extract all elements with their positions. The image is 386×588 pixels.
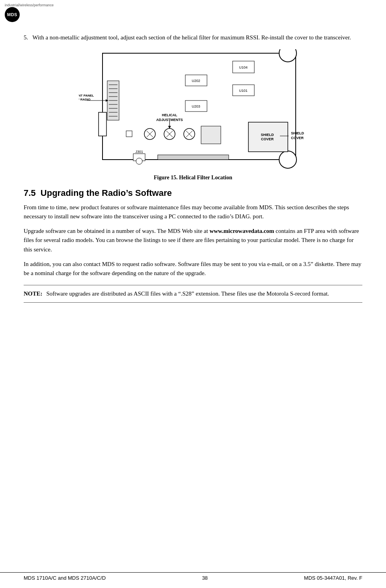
paragraph-3: In addition, you can also contact MDS to… [24,260,362,278]
footer-right: MDS 05-3447A01, Rev. F [304,575,362,581]
step5-number: 5. [24,34,28,41]
step5-text: 5. With a non-metallic adjustment tool, … [24,33,362,42]
svg-rect-29 [201,126,221,144]
helical-label2: ADJUSTMENTS [156,118,183,122]
shield-label-ext1: SHIELD [291,131,304,135]
u101-label: U101 [239,89,248,93]
helical-filter-diagram: SHIELD COVER U104 U202 U101 U203 [79,49,308,171]
page-footer: MDS 1710A/C and MDS 2710A/C/D 38 MDS 05-… [0,572,386,581]
shield-cover-label2: COVER [261,137,274,141]
section-heading: 7.5 Upgrading the Radio’s Software [24,188,362,198]
tagline: industrial/wireless/performance [5,3,381,7]
logo-text: MDS [7,12,17,17]
note-label: NOTE: [24,289,43,298]
front-panel-label2: OF RADIO [79,98,91,101]
paragraph-2: Upgrade software can be obtained in a nu… [24,227,362,254]
shield-cover-label: SHIELD [261,133,274,137]
note-box: NOTE: Software upgrades are distributed … [24,285,362,303]
u104-label: U104 [239,65,248,69]
website-url: www.microwavedata.com [209,228,274,234]
figure-caption: Figure 15. Helical Filter Location [154,175,232,181]
note-text: Software upgrades are distributed as ASC… [47,289,329,298]
main-content: 5. With a non-metallic adjustment tool, … [0,25,386,318]
figure-container: SHIELD COVER U104 U202 U101 U203 [24,49,362,181]
shield-label-ext2: COVER [291,136,304,140]
section-title: Upgrading the Radio’s Software [41,188,172,198]
u203-label: U203 [192,104,200,108]
svg-point-3 [279,151,296,168]
helical-label1: HELICAL [162,113,177,117]
step5-body: With a non-metallic adjustment tool, adj… [32,34,351,41]
front-panel-label1: FRONT PANEL [79,94,94,97]
u202-label: U202 [192,79,200,83]
page-header: industrial/wireless/performance MDS [0,0,386,25]
paragraph-1: From time to time, new product features … [24,203,362,221]
svg-rect-1 [99,112,106,136]
svg-point-34 [136,158,142,164]
section-number: 7.5 [24,188,36,198]
footer-left: MDS 1710A/C and MDS 2710A/C/D [24,575,106,581]
logo: MDS [5,7,20,22]
svg-rect-35 [158,155,229,160]
footer-page-number: 38 [202,575,207,581]
diag-text: DIAG. [235,213,251,220]
j301-label: J301 [135,150,143,154]
svg-rect-28 [126,131,132,137]
